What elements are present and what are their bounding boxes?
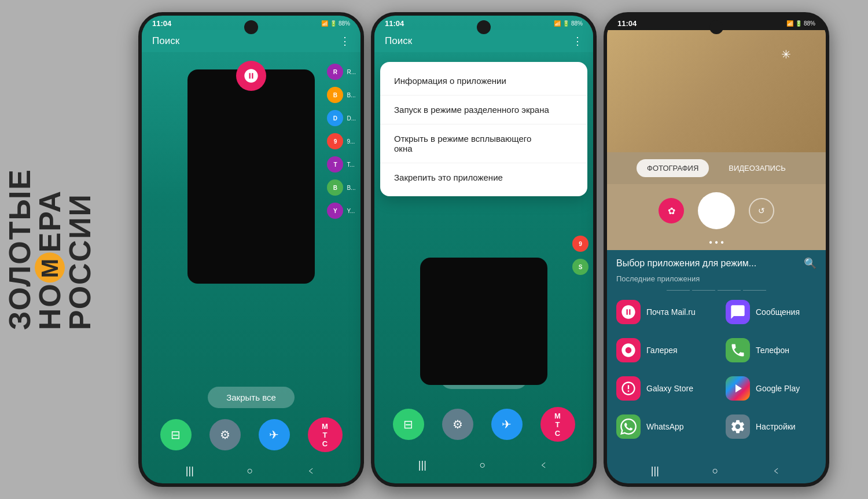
phone1-main-card: [187, 69, 315, 284]
app-grid-item-googleplay[interactable]: Google Play: [716, 369, 826, 408]
phone1-side-app-3: D D...: [327, 110, 356, 126]
app-grid-item-mail[interactable]: Почта Mail.ru: [607, 293, 716, 331]
phone2-app-card: [420, 258, 547, 385]
phone2-dock-4[interactable]: М Т С: [540, 407, 575, 442]
app-grid-item-whatsapp[interactable]: WhatsApp: [607, 408, 716, 446]
phone1-nav-back[interactable]: ﹤: [306, 464, 317, 478]
phone3-battery-pct: 88%: [804, 20, 815, 27]
phone2-dock: ⊟ ⚙ ✈ М Т С: [374, 402, 593, 449]
phone2-side-icon-2: S: [572, 259, 589, 275]
phone2-notch: [477, 20, 491, 34]
phone1-close-all[interactable]: Закрыть все: [208, 387, 295, 408]
phone2: 11:04 📶 🔋 88% Поиск ⋮ Информация о прило…: [371, 12, 597, 487]
phone3-signal-icon: 📶: [786, 20, 793, 27]
app-grid-item-gallery[interactable]: Галерея: [607, 331, 716, 369]
phone3-camera-controls: ✿ ↺: [607, 184, 826, 235]
phone1-side-icon-7: Y: [327, 203, 343, 219]
phone1-notch: [244, 20, 258, 34]
phone1-dock-3[interactable]: ✈: [259, 419, 290, 450]
phone1-nav-home[interactable]: ○: [247, 465, 253, 477]
phone3-app-select-header: Выбор приложения для режим... 🔍: [607, 250, 826, 272]
phone1-dock-4[interactable]: М Т С: [308, 417, 343, 452]
phone2-side-apps: 9 S: [572, 236, 589, 275]
phone1-side-icon-5: T: [327, 156, 343, 173]
app-grid-item-messages[interactable]: Сообщения: [716, 293, 826, 331]
phone3-app-select-title: Выбор приложения для режим...: [616, 258, 756, 269]
app-icon-settings: [726, 414, 750, 439]
app-icon-galaxy: [616, 376, 641, 401]
phone2-menu-icon[interactable]: ⋮: [572, 35, 583, 47]
phone1-side-app-5: T T...: [327, 156, 356, 173]
phone3-mode-photo[interactable]: ФОТОГРАФИЯ: [637, 159, 709, 177]
app-grid-item-settings[interactable]: Настройки: [716, 408, 826, 446]
app-label-settings: Настройки: [756, 422, 796, 431]
phone3-dots: • • •: [607, 235, 826, 250]
app-label-whatsapp: WhatsApp: [646, 422, 684, 431]
phone1-signal-icon: 📶: [321, 20, 328, 27]
phone2-screen: 11:04 📶 🔋 88% Поиск ⋮ Информация о прило…: [374, 16, 593, 483]
phone3-cam-effect-btn[interactable]: ✿: [659, 198, 684, 223]
phone3-search-icon[interactable]: 🔍: [804, 257, 816, 270]
phone1-side-icon-3: D: [327, 110, 343, 126]
phone3-notch: [709, 20, 723, 34]
app-icon-messages: [726, 300, 750, 324]
phone1-time: 11:04: [152, 19, 171, 28]
phone3-mode-video[interactable]: ВИДЕОЗАПИСЬ: [718, 159, 796, 177]
phone3-camera-bg: ✳: [607, 30, 826, 152]
phone3-nav-home[interactable]: ○: [712, 465, 719, 477]
app-grid-item-galaxy[interactable]: Galaxy Store: [607, 369, 716, 408]
phone3-flip-btn[interactable]: ↺: [749, 198, 774, 223]
app-icon-whatsapp: [616, 414, 641, 439]
phone1-battery-pct: 88%: [339, 20, 350, 27]
phone1-side-app-6: B B...: [327, 179, 356, 196]
app-icon-googleplay: [726, 376, 750, 401]
phone3-nav-bar: ||| ○ ﹤: [607, 459, 826, 483]
phone1-nav-recent[interactable]: |||: [186, 465, 194, 477]
phone1-menu-icon[interactable]: ⋮: [340, 35, 350, 47]
phone2-dock-3[interactable]: ✈: [491, 409, 523, 440]
phone3-nav-recent[interactable]: |||: [651, 465, 659, 477]
phone1-side-app-2: B B...: [327, 87, 356, 103]
phone3-time: 11:04: [617, 19, 637, 28]
phone1-wrapper: 11:04 📶 🔋 88% Поиск ⋮: [138, 12, 364, 487]
context-menu-item-3[interactable]: Открыть в режиме всплывающегоокна: [380, 124, 587, 163]
app-label-phone: Телефон: [756, 346, 789, 355]
phones-area: 11:04 📶 🔋 88% Поиск ⋮: [100, 0, 868, 499]
phone2-nav-home[interactable]: ○: [480, 459, 486, 471]
phone1-battery-icon: 🔋: [330, 20, 337, 27]
phone3-shutter-btn[interactable]: [698, 192, 735, 229]
phone2-status-icons: 📶 🔋 88%: [554, 20, 583, 27]
app-label-googleplay: Google Play: [756, 384, 800, 393]
phone2-time: 11:04: [385, 19, 404, 28]
phone2-side-app-1: 9: [572, 236, 589, 252]
phone2-wrapper: 11:04 📶 🔋 88% Поиск ⋮ Информация о прило…: [371, 12, 597, 487]
phone2-dock-2[interactable]: ⚙: [442, 409, 473, 440]
phone2-battery-pct: 88%: [571, 20, 583, 27]
app-icon-gallery: [616, 338, 641, 362]
phone2-side-icon-1: 9: [572, 236, 589, 252]
phone2-nav-recent[interactable]: |||: [418, 459, 426, 471]
phone1-app-icon: [236, 61, 266, 91]
phone1-side-icon-4: 9: [327, 133, 343, 149]
phone1-nav-bar: ||| ○ ﹤: [142, 459, 361, 483]
phone2-nav-bar: ||| ○ ﹤: [374, 453, 593, 478]
phone1-side-apps: R R... B B... D D... 9 9: [327, 64, 356, 219]
phone1-dock-1[interactable]: ⊟: [160, 419, 192, 450]
phone3-camera: ✳ ФОТОГРАФИЯ ВИДЕОЗАПИСЬ ✿ ↺ • • •: [607, 30, 826, 250]
phone2-dock-1[interactable]: ⊟: [393, 409, 424, 440]
phone3-cursor-icon: ✳: [781, 47, 791, 61]
context-menu-item-4[interactable]: Закрепить это приложение: [380, 163, 587, 192]
phone2-battery-icon: 🔋: [562, 20, 569, 27]
context-menu-item-2[interactable]: Запуск в режиме разделенного экрана: [380, 96, 587, 124]
phone1-screen: 11:04 📶 🔋 88% Поиск ⋮: [142, 16, 361, 483]
phone2-context-menu: Информация о приложении Запуск в режиме …: [380, 62, 587, 196]
phone1-side-app-7: Y Y...: [327, 203, 356, 219]
app-icon-phone: [726, 338, 750, 362]
phone1-dock-2[interactable]: ⚙: [209, 419, 241, 450]
phone2-nav-back[interactable]: ﹤: [539, 458, 549, 472]
phone3-app-grid: Почта Mail.ru Сообщения: [607, 293, 826, 446]
phone3-screen: 11:04 📶 🔋 88% ✳ ФОТОГРАФИЯ ВИД: [607, 16, 826, 483]
phone3-nav-back[interactable]: ﹤: [771, 464, 782, 478]
app-grid-item-phone[interactable]: Телефон: [716, 331, 826, 369]
context-menu-item-1[interactable]: Информация о приложении: [380, 67, 587, 96]
